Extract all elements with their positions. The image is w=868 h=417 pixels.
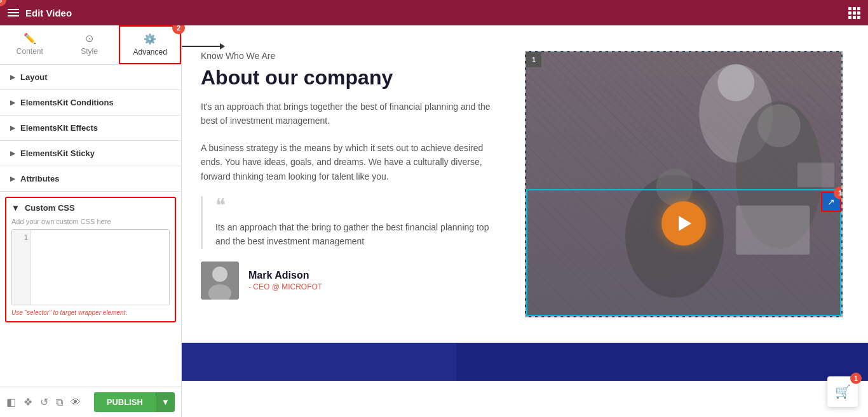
cart-icon: 🛒 [835, 384, 851, 399]
sidebar-scroll: ▶ Layout ▶ ElementsKit Conditions ▶ Elem… [0, 65, 181, 387]
tab-style-label: Style [81, 47, 98, 56]
accordion-ek-conditions-label: ElementsKit Conditions [20, 98, 114, 107]
quote-text: Its an approach that the bring to gather… [215, 220, 499, 249]
badge-1-nav: 1 [834, 187, 843, 199]
content-area: Know Who We Are About our company It's a… [182, 25, 868, 417]
nav-arrow-icon: ↗ [827, 197, 835, 207]
quote-block: ❝ Its an approach that the bring to gath… [201, 196, 499, 249]
chevron-icon-5: ▶ [10, 175, 15, 182]
tab-style[interactable]: ⊙ Style [60, 25, 119, 64]
tab-advanced[interactable]: ⚙️ Advanced 2 [119, 25, 181, 64]
play-button[interactable] [661, 201, 706, 246]
accordion-attributes: ▶ Attributes [0, 166, 181, 192]
play-triangle-icon [679, 216, 691, 231]
nav-arrow-button[interactable]: ↗ 1 [821, 192, 841, 212]
badge-1-cart: 1 [850, 373, 862, 384]
quote-mark: ❝ [215, 196, 499, 215]
arrow-line [182, 46, 220, 47]
eye-icon[interactable]: 👁 [71, 397, 81, 408]
svg-point-1 [212, 267, 227, 282]
top-bar: Edit Video [0, 0, 868, 25]
about-section: Know Who We Are About our company It's a… [182, 25, 868, 343]
tab-arrow [182, 43, 225, 50]
hamburger-icon[interactable] [8, 9, 19, 17]
accordion-ek-effects-header[interactable]: ▶ ElementsKit Effects [0, 116, 181, 140]
page-wrapper: Know Who We Are About our company It's a… [182, 25, 868, 417]
page-title: Edit Video [25, 8, 72, 18]
tab-advanced-label: Advanced [133, 48, 166, 56]
eyebrow-text: Know Who We Are [201, 51, 499, 61]
collapse-icon: ▼ [11, 203, 20, 213]
components-icon[interactable]: ❖ [24, 396, 32, 408]
blue-bottom-bar [182, 343, 868, 381]
tab-content-label: Content [17, 47, 43, 56]
tabs: ✏️ Content ⊙ Style ⚙️ Advanced 2 [0, 25, 181, 65]
history-icon[interactable]: ↺ [40, 396, 48, 408]
svg-rect-11 [797, 162, 834, 187]
svg-point-7 [757, 104, 801, 147]
accordion-ek-sticky-label: ElementsKit Sticky [20, 149, 95, 158]
chevron-icon: ▶ [10, 74, 15, 81]
bottom-toolbar: ◧ ❖ ↺ ⧉ 👁 PUBLISH ▼ [0, 387, 181, 417]
accordion-ek-sticky: ▶ ElementsKit Sticky [0, 141, 181, 166]
chevron-icon-3: ▶ [10, 124, 15, 131]
bottom-icons: ◧ ❖ ↺ ⧉ 👁 [6, 396, 81, 408]
description-2: A business strategy is the means by whic… [201, 141, 499, 183]
css-textarea[interactable] [31, 230, 169, 305]
about-text: Know Who We Are About our company It's a… [201, 51, 499, 300]
svg-point-5 [717, 64, 754, 101]
accordion-attributes-header[interactable]: ▶ Attributes [0, 166, 181, 191]
layers-icon[interactable]: ◧ [6, 396, 16, 408]
advanced-icon: ⚙️ [144, 33, 156, 45]
video-number-badge: 1 [526, 52, 541, 67]
style-icon: ⊙ [85, 32, 93, 44]
svg-rect-13 [182, 343, 456, 381]
avatar [201, 261, 239, 300]
cart-button[interactable]: 🛒 1 [827, 376, 858, 407]
accordion-ek-sticky-header[interactable]: ▶ ElementsKit Sticky [0, 141, 181, 166]
description-1: It's an approach that brings together th… [201, 100, 499, 128]
sidebar: ✏️ Content ⊙ Style ⚙️ Advanced 2 ▶ L [0, 25, 182, 417]
blue-bar-decoration [182, 343, 868, 381]
custom-css-section: 3 ▼ Custom CSS Add your own custom CSS h… [5, 197, 176, 322]
author-info: Mark Adison - CEO @ MICROFOT [248, 270, 322, 291]
accordion-layout-header[interactable]: ▶ Layout [0, 65, 181, 89]
custom-css-title: Custom CSS [25, 203, 75, 213]
chevron-icon-2: ▶ [10, 99, 15, 106]
accordion-layout-label: Layout [20, 72, 48, 82]
author-name: Mark Adison [248, 270, 322, 281]
author-title: - CEO @ MICROFOT [248, 282, 322, 291]
accordion-ek-effects: ▶ ElementsKit Effects [0, 116, 181, 141]
line-numbers: 1 [12, 230, 31, 305]
accordion-ek-effects-label: ElementsKit Effects [20, 123, 98, 133]
content-icon: ✏️ [24, 32, 36, 44]
publish-group: PUBLISH ▼ [94, 392, 175, 412]
main-layout: ✏️ Content ⊙ Style ⚙️ Advanced 2 ▶ L [0, 25, 868, 417]
publish-button[interactable]: PUBLISH [94, 392, 156, 412]
accordion-layout: ▶ Layout [0, 65, 181, 90]
custom-css-header[interactable]: ▼ Custom CSS [11, 203, 170, 213]
arrow-head [220, 43, 225, 50]
preview-icon[interactable]: ⧉ [56, 397, 63, 408]
css-editor: 1 [11, 229, 170, 305]
accordion-ek-conditions: ▶ ElementsKit Conditions [0, 90, 181, 116]
avatar-image [201, 261, 239, 300]
css-selector-hint: Use "selector" to target wrapper element… [11, 309, 170, 316]
publish-arrow-button[interactable]: ▼ [156, 392, 175, 412]
chevron-icon-4: ▶ [10, 150, 15, 157]
about-title: About our company [201, 66, 499, 89]
video-section: 1 ↗ 1 [525, 51, 843, 317]
tab-content[interactable]: ✏️ Content [0, 25, 60, 64]
accordion-attributes-label: Attributes [20, 174, 59, 183]
custom-css-hint: Add your own custom CSS here [11, 218, 170, 225]
accordion-ek-conditions-header[interactable]: ▶ ElementsKit Conditions [0, 90, 181, 115]
author-block: Mark Adison - CEO @ MICROFOT [201, 261, 499, 300]
grid-icon[interactable] [848, 7, 860, 19]
